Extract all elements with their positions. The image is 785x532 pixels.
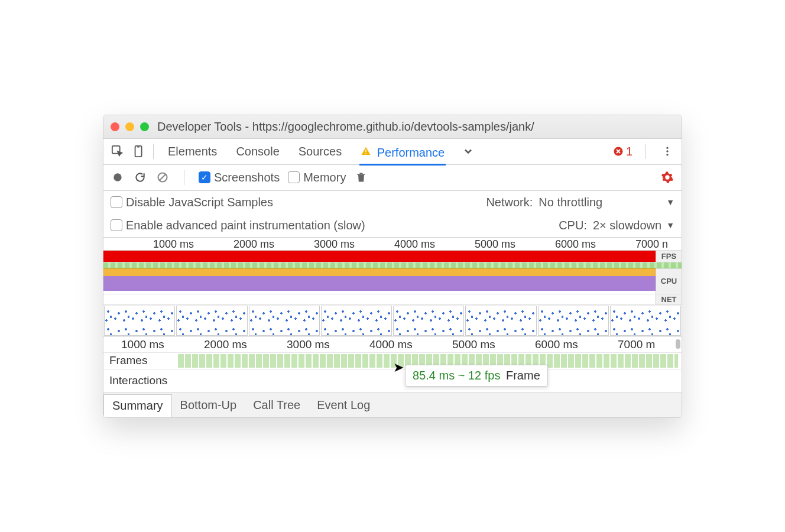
svg-point-9 xyxy=(113,173,121,181)
fps-lane-label: FPS xyxy=(656,251,682,262)
cursor-icon: ➤ xyxy=(393,360,404,375)
devtools-tabstrip: Elements Console Sources Performance 1 xyxy=(103,139,682,165)
screenshot-thumbnail[interactable] xyxy=(465,306,536,336)
cpu-graph xyxy=(103,268,656,294)
overview-ruler[interactable]: 1000 ms 2000 ms 3000 ms 4000 ms 5000 ms … xyxy=(103,238,682,251)
net-graph xyxy=(103,294,656,304)
svg-point-6 xyxy=(666,147,668,149)
divider xyxy=(645,144,646,159)
error-indicator[interactable]: 1 xyxy=(613,145,632,158)
flamechart-ruler[interactable]: 1000 ms 2000 ms 3000 ms 4000 ms 5000 ms … xyxy=(103,337,682,352)
tab-console[interactable]: Console xyxy=(235,139,280,164)
reload-icon[interactable] xyxy=(133,170,147,184)
ruler-tick: 1000 ms xyxy=(153,238,194,251)
maximize-window-button[interactable] xyxy=(140,122,149,131)
chevron-down-icon: ▼ xyxy=(666,220,674,230)
screenshot-strip xyxy=(103,305,682,337)
checkbox-icon xyxy=(288,171,300,183)
ruler-tick: 1000 ms xyxy=(121,338,164,351)
traffic-lights xyxy=(111,122,149,131)
more-tabs-icon[interactable] xyxy=(462,143,474,160)
window-title: Developer Tools - https://googlechrome.g… xyxy=(157,120,534,134)
kebab-menu-icon[interactable] xyxy=(659,143,676,160)
tab-sources[interactable]: Sources xyxy=(297,139,343,164)
ruler-tick: 5000 ms xyxy=(452,338,495,351)
divider xyxy=(153,144,154,159)
ruler-tick: 2000 ms xyxy=(233,238,274,251)
ruler-tick: 5000 ms xyxy=(475,238,515,251)
interactions-track[interactable]: Interactions xyxy=(103,369,682,392)
tab-summary[interactable]: Summary xyxy=(103,394,172,417)
tab-performance-label: Performance xyxy=(377,146,445,159)
tooltip-label: Frame xyxy=(506,369,540,382)
net-lane-label: NET xyxy=(656,294,682,304)
screenshot-thumbnail[interactable] xyxy=(538,306,609,336)
tab-performance[interactable]: Performance xyxy=(359,137,446,166)
ruler-tick: 4000 ms xyxy=(394,238,435,251)
tab-event-log[interactable]: Event Log xyxy=(309,393,378,417)
timeline-overview[interactable]: 1000 ms 2000 ms 3000 ms 4000 ms 5000 ms … xyxy=(103,237,682,392)
network-label: Network: xyxy=(486,196,533,209)
clear-icon[interactable] xyxy=(155,170,170,184)
frames-track-label: Frames xyxy=(103,353,174,369)
memory-label: Memory xyxy=(303,171,346,184)
ruler-tick: 3000 ms xyxy=(314,238,355,251)
fps-graph xyxy=(103,251,656,262)
tab-call-tree[interactable]: Call Tree xyxy=(245,393,309,417)
divider xyxy=(184,170,184,185)
screenshots-checkbox[interactable]: ✓ Screenshots xyxy=(199,171,280,184)
disable-js-checkbox[interactable]: Disable JavaScript Samples xyxy=(111,196,273,209)
memory-checkbox[interactable]: Memory xyxy=(288,171,346,184)
network-value: No throttling xyxy=(539,196,602,209)
screenshot-thumbnail[interactable] xyxy=(249,306,320,336)
svg-point-7 xyxy=(666,150,668,152)
tooltip-time: 85.4 ms ~ 12 fps xyxy=(413,369,500,382)
cpu-lane: CPU xyxy=(103,268,682,294)
tab-bottom-up[interactable]: Bottom-Up xyxy=(172,393,245,417)
network-throttling-dropdown[interactable]: No throttling ▼ xyxy=(539,196,674,209)
net-lane: NET xyxy=(103,294,682,305)
settings-row-1: Disable JavaScript Samples Network: No t… xyxy=(103,191,682,214)
checkbox-icon xyxy=(111,219,122,231)
tab-elements[interactable]: Elements xyxy=(167,139,218,164)
minimize-window-button[interactable] xyxy=(125,122,134,131)
svg-rect-4 xyxy=(365,153,366,154)
screenshot-thumbnail[interactable] xyxy=(321,306,392,336)
ruler-tick: 6000 ms xyxy=(535,338,578,351)
error-count: 1 xyxy=(626,145,632,158)
ruler-tick: 7000 n xyxy=(635,238,668,251)
cpu-throttling-dropdown[interactable]: 2× slowdown ▼ xyxy=(593,219,674,232)
record-icon[interactable] xyxy=(111,170,125,184)
inspect-element-icon[interactable] xyxy=(109,143,126,160)
titlebar: Developer Tools - https://googlechrome.g… xyxy=(103,115,682,139)
enable-paint-label: Enable advanced paint instrumentation (s… xyxy=(126,219,365,232)
warning-icon xyxy=(361,143,371,160)
trash-icon[interactable] xyxy=(354,170,368,184)
ruler-tick: 3000 ms xyxy=(287,338,330,351)
enable-paint-checkbox[interactable]: Enable advanced paint instrumentation (s… xyxy=(111,219,365,232)
settings-gear-icon[interactable] xyxy=(660,170,674,184)
devtools-window: Developer Tools - https://googlechrome.g… xyxy=(103,115,682,418)
screenshot-thumbnail[interactable] xyxy=(176,306,247,336)
device-toolbar-icon[interactable] xyxy=(131,143,147,160)
scrollbar-handle[interactable] xyxy=(676,339,680,349)
frame-tooltip: 85.4 ms ~ 12 fps Frame xyxy=(405,365,548,387)
cpu-value: 2× slowdown xyxy=(593,219,661,232)
ruler-tick: 7000 m xyxy=(618,338,655,351)
frames-track[interactable]: Frames ➤ 85.4 ms ~ 12 fps Frame xyxy=(103,352,682,369)
checkbox-icon xyxy=(111,196,122,208)
panel-tabs: Elements Console Sources Performance xyxy=(167,137,474,166)
svg-point-8 xyxy=(666,154,668,155)
screenshot-thumbnail[interactable] xyxy=(104,306,175,336)
fps-lane: FPS xyxy=(103,251,682,262)
interactions-track-label: Interactions xyxy=(103,369,174,392)
disable-js-label: Disable JavaScript Samples xyxy=(126,196,273,209)
svg-line-11 xyxy=(160,174,166,180)
screenshot-thumbnail[interactable] xyxy=(393,306,464,336)
svg-rect-3 xyxy=(365,150,366,153)
details-tabs: Summary Bottom-Up Call Tree Event Log xyxy=(103,392,682,417)
chevron-down-icon: ▼ xyxy=(666,197,674,207)
ruler-tick: 4000 ms xyxy=(369,338,413,351)
screenshot-thumbnail[interactable] xyxy=(610,306,681,336)
close-window-button[interactable] xyxy=(111,122,119,131)
